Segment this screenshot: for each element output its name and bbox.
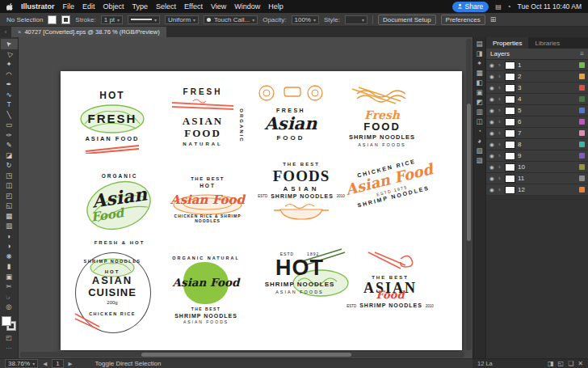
width-tool[interactable]: ◫: [1, 180, 18, 191]
logo-fresh-food-shrimp-noodles[interactable]: Fresh FOOD SHRIMP NOODLES ASIAN FOODS: [337, 86, 427, 147]
expand-chevron-icon[interactable]: ›: [498, 152, 502, 159]
dock-asset-export-icon[interactable]: ▨: [476, 157, 482, 164]
dock-stroke-icon[interactable]: ◩: [476, 99, 482, 106]
visibility-toggle-icon[interactable]: ◉: [489, 62, 496, 69]
symbol-sprayer-tool[interactable]: ❋: [1, 252, 18, 262]
dock-appearance-icon[interactable]: ◔: [477, 128, 481, 135]
menu-help[interactable]: Help: [268, 2, 284, 11]
layer-row-9[interactable]: ◉›9: [486, 150, 588, 162]
dock-color-icon[interactable]: ◨: [476, 50, 482, 57]
previous-artboard-icon[interactable]: ◀: [43, 361, 47, 367]
gradient-tool[interactable]: ▥: [1, 221, 18, 231]
menu-effect[interactable]: Effect: [184, 2, 203, 11]
dock-brushes-icon[interactable]: ◧: [476, 79, 482, 87]
menu-select[interactable]: Select: [156, 2, 176, 11]
direct-selection-tool[interactable]: ▷: [1, 49, 18, 60]
visibility-toggle-icon[interactable]: ◉: [489, 108, 496, 114]
layer-row-12[interactable]: ◉›12: [486, 184, 588, 196]
stroke-swatch[interactable]: [61, 15, 70, 24]
opacity-dropdown[interactable]: 100%: [292, 15, 319, 24]
dock-swatches-icon[interactable]: ▦: [476, 70, 482, 77]
vertical-scrollbar-thumb[interactable]: [467, 104, 471, 241]
lasso-tool[interactable]: ◠: [1, 70, 18, 80]
document-tab[interactable]: × 40727 [Converted].eps @ 38.76 % (RGB/P…: [11, 27, 166, 37]
canvas[interactable]: HOT FRESH ASIAN FOOD FRESH: [19, 37, 472, 358]
free-transform-tool[interactable]: ◰: [1, 191, 18, 201]
logo-asian-cuisine-badge[interactable]: SHRIMP NOODLES HOT ASIAN CUISINE 200g CH…: [70, 251, 154, 336]
column-graph-tool[interactable]: ▮: [1, 261, 18, 272]
artboard-tool[interactable]: ▣: [1, 272, 18, 282]
logo-fresh-asian-sushi[interactable]: FRESH Asian FOOD: [248, 82, 334, 142]
logo-fresh-asian-food-natural[interactable]: FRESH ASIAN FOOD NATURAL ORGANIC: [159, 87, 246, 147]
expand-chevron-icon[interactable]: ›: [498, 175, 502, 182]
expand-chevron-icon[interactable]: ›: [498, 107, 502, 114]
paintbrush-tool[interactable]: ✑: [1, 130, 18, 141]
logo-the-best-foods-asian[interactable]: THE BEST FOODS ASIAN ESTD SHRIMP NOODLES…: [254, 162, 348, 226]
brush-dropdown[interactable]: Touch Call...: [204, 15, 258, 24]
logo-hot-shrimp-noodles[interactable]: ESTD 1892 HOT SHRIMP NOODLES ASIAN FOODS: [253, 249, 346, 330]
expand-chevron-icon[interactable]: ›: [498, 141, 502, 148]
expand-chevron-icon[interactable]: ›: [498, 95, 502, 103]
type-tool[interactable]: T: [1, 99, 18, 110]
logo-hot-fresh-asian-food[interactable]: HOT FRESH ASIAN FOOD: [65, 91, 159, 158]
new-sublayer-icon[interactable]: ◱: [558, 360, 565, 367]
expand-chevron-icon[interactable]: ›: [498, 73, 502, 80]
slice-tool[interactable]: ✂: [1, 281, 18, 292]
visibility-toggle-icon[interactable]: ◉: [489, 164, 496, 171]
workspace-switcher-icon[interactable]: ⊞: [490, 15, 497, 23]
edit-toolbar-icon[interactable]: …: [6, 343, 12, 350]
dock-gradient-icon[interactable]: ▥: [476, 108, 482, 116]
scale-tool[interactable]: ◳: [1, 171, 18, 181]
artboard[interactable]: HOT FRESH ASIAN FOOD FRESH: [61, 71, 462, 350]
line-segment-tool[interactable]: ╲: [1, 110, 18, 121]
stroke-profile-dropdown[interactable]: [128, 15, 160, 24]
menu-window[interactable]: Window: [234, 2, 260, 11]
visibility-toggle-icon[interactable]: ◉: [489, 119, 496, 125]
visibility-toggle-icon[interactable]: ◉: [489, 130, 496, 137]
layer-row-4[interactable]: ◉›4: [486, 94, 588, 105]
zoom-level-dropdown[interactable]: 38.76%: [5, 359, 38, 368]
blend-tool[interactable]: ◑: [1, 241, 18, 252]
make-clipping-mask-icon[interactable]: ◨: [548, 360, 554, 367]
tab-close-icon[interactable]: ×: [18, 28, 21, 36]
eyedropper-tool[interactable]: ◗: [1, 231, 18, 242]
new-layer-icon[interactable]: ❏: [568, 360, 573, 367]
logo-organic-natural-asian-food[interactable]: ORGANIC NATURAL Asian Food THE BEST SHRI…: [164, 256, 248, 325]
layer-row-2[interactable]: ◉›2: [486, 71, 588, 82]
mesh-tool[interactable]: ▦: [1, 211, 18, 222]
curvature-tool[interactable]: ∿: [1, 90, 18, 100]
tab-overflow-chevron-icon[interactable]: ‹: [0, 27, 11, 37]
menu-view[interactable]: View: [211, 2, 226, 11]
layer-row-6[interactable]: ◉›6: [486, 116, 588, 128]
visibility-toggle-icon[interactable]: ◉: [489, 153, 496, 159]
magic-wand-tool[interactable]: ✦: [1, 59, 18, 70]
zoom-tool[interactable]: ◎: [1, 302, 18, 312]
layer-row-10[interactable]: ◉›10: [486, 162, 588, 173]
logo-the-best-asian-food[interactable]: THE BEST ASIAN Food ESTD SHRIMP NOODLES …: [345, 251, 435, 309]
expand-chevron-icon[interactable]: ›: [498, 129, 502, 137]
visibility-toggle-icon[interactable]: ◉: [489, 142, 496, 148]
horizontal-scrollbar[interactable]: [20, 352, 464, 357]
shape-builder-tool[interactable]: ◱: [1, 201, 18, 211]
style-dropdown[interactable]: [345, 15, 368, 24]
layer-row-3[interactable]: ◉›3: [486, 82, 588, 94]
pencil-tool[interactable]: ✎: [1, 140, 18, 150]
dock-color-guide-icon[interactable]: ✦: [477, 60, 482, 67]
fill-stroke-swatches[interactable]: [2, 316, 16, 331]
document-setup-button[interactable]: Document Setup: [378, 15, 436, 25]
hand-tool[interactable]: ☞: [1, 292, 18, 302]
expand-chevron-icon[interactable]: ›: [498, 163, 502, 171]
menu-edit[interactable]: Edit: [82, 2, 95, 11]
selection-tool[interactable]: ➤: [1, 39, 18, 49]
share-button[interactable]: Share: [452, 2, 489, 12]
visibility-toggle-icon[interactable]: ◉: [489, 74, 496, 80]
dock-libraries-icon[interactable]: ▤: [476, 40, 482, 48]
horizontal-scrollbar-thumb[interactable]: [141, 353, 351, 357]
pen-tool[interactable]: ✒: [1, 79, 18, 90]
panel-menu-icon[interactable]: ≡: [580, 50, 584, 57]
menu-object[interactable]: Object: [103, 2, 124, 11]
logo-organic-asian-food[interactable]: ORGANIC Asian Food FRESH & HOT: [72, 171, 167, 246]
dock-graphic-styles-icon[interactable]: ◕: [477, 137, 481, 145]
expand-chevron-icon[interactable]: ›: [498, 118, 502, 125]
control-center-icon[interactable]: ◔: [507, 3, 511, 11]
